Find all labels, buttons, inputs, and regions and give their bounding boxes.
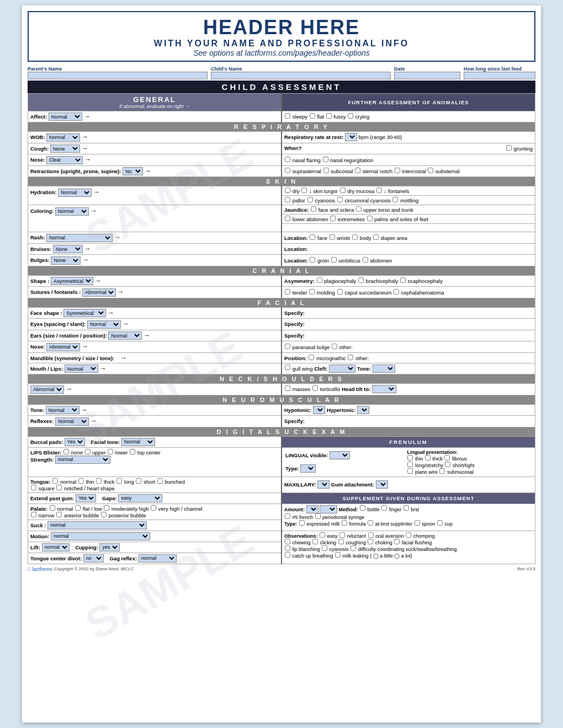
tongue-normal-cb[interactable] (52, 478, 58, 484)
palate-very-cb[interactable] (151, 505, 156, 511)
hypotonic-select[interactable] (313, 406, 325, 414)
gull-wing-cb[interactable] (285, 365, 290, 370)
lift-select[interactable]: normalpoor (42, 543, 70, 552)
pallor-cb[interactable] (285, 197, 290, 202)
rash-body-cb[interactable] (352, 234, 358, 240)
eyes-select[interactable]: NormalAbnormal (87, 320, 121, 329)
obs-lip-blanching-cb[interactable] (285, 545, 290, 551)
sutures-select[interactable]: AbnormalNormal (82, 288, 116, 297)
buccal-select[interactable]: YesNo (65, 438, 85, 446)
expressed-milk-cb[interactable] (299, 520, 305, 526)
obs-milk-leaking-cb[interactable] (335, 552, 341, 558)
caput-cb[interactable] (337, 289, 343, 295)
intercostal-cb[interactable] (395, 168, 400, 173)
resp-rate-select[interactable] (345, 133, 357, 141)
dry-mucosa-cb[interactable] (340, 188, 346, 193)
blister-none-cb[interactable] (63, 449, 69, 454)
palate-mod-cb[interactable] (104, 505, 109, 511)
obs-cyanosis2-cb[interactable] (322, 545, 327, 551)
tongue-short-cb[interactable] (136, 478, 141, 484)
fontanels-cb[interactable] (376, 188, 382, 193)
formula-cb[interactable] (342, 520, 347, 526)
method-brst-cb[interactable] (403, 505, 409, 511)
cup-cb[interactable] (437, 520, 443, 526)
lingual-visible-select[interactable]: YesNo (330, 451, 350, 459)
head-tilt-select[interactable]: LeftRight (372, 385, 396, 393)
maxillary-select[interactable] (317, 480, 330, 489)
method-bottle-cb[interactable] (360, 505, 365, 511)
grunting-cb[interactable] (506, 145, 512, 151)
at-brst-cb[interactable] (368, 520, 373, 526)
tongue-long-cb[interactable] (116, 478, 122, 484)
obs-easy-cb[interactable] (320, 532, 325, 538)
coloring-select[interactable]: NormalAbnormal (55, 207, 89, 216)
groin-cb[interactable] (310, 257, 315, 263)
faceshape-select[interactable]: SymmetricalAsymmetrical (63, 309, 106, 317)
skin-turgor-cb[interactable] (301, 188, 307, 193)
tender-cb[interactable] (285, 289, 290, 295)
affect-crying[interactable] (348, 113, 353, 119)
blister-lower-cb[interactable] (108, 449, 113, 454)
ling-short-cb[interactable] (445, 462, 450, 467)
wob-select[interactable]: NormalAbnormal (46, 133, 80, 142)
tongue-thick-cb[interactable] (96, 478, 102, 484)
obs-choking-cb[interactable] (368, 539, 373, 544)
palms-cb[interactable] (367, 216, 373, 221)
tongue-bunched-cb[interactable] (157, 478, 163, 484)
affect-sleepy[interactable] (285, 113, 290, 119)
masses-cb[interactable] (285, 386, 290, 391)
obs-catch-up-cb[interactable] (285, 552, 290, 558)
cough-select[interactable]: NonePresent (50, 144, 80, 153)
obs-chewing-cb[interactable] (285, 539, 290, 544)
tongue-thin-cb[interactable] (78, 478, 84, 484)
substernal-cb[interactable] (428, 168, 433, 173)
palate-ant-cb[interactable] (56, 512, 62, 517)
obs-oral-aversion-cb[interactable] (368, 532, 374, 538)
suprasternal-cb[interactable] (285, 168, 290, 173)
rash-face-cb[interactable] (310, 234, 315, 240)
gape-select[interactable]: easydifficult (118, 494, 162, 502)
torticollis-cb[interactable] (312, 386, 318, 391)
palate-normal-cb[interactable] (50, 505, 55, 511)
obs-chomping-cb[interactable] (406, 532, 411, 538)
divot-select[interactable]: noyes (83, 554, 104, 563)
reflexes-select[interactable]: NormalAbnormal (55, 417, 89, 426)
palate-post-cb[interactable] (101, 512, 107, 517)
child-name-input[interactable] (211, 72, 391, 79)
amount-unit-select[interactable]: ozml (320, 505, 337, 513)
mottling-cb[interactable] (392, 197, 398, 202)
ling-long-cb[interactable] (407, 462, 413, 467)
micrognathic-cb[interactable] (309, 355, 314, 360)
rash-diaper-cb[interactable] (373, 234, 379, 240)
schapo-cb[interactable] (400, 277, 406, 283)
cupping-select[interactable]: yesno (99, 543, 120, 552)
ling-thin-cb[interactable] (407, 455, 413, 461)
shape-select[interactable]: AsymmetricalSymmetrical (51, 277, 93, 285)
cleft-select[interactable]: LipPalate (329, 365, 355, 373)
ling-thick-cb[interactable] (425, 455, 431, 461)
tone-row-select[interactable]: NormalAbnormal (46, 406, 79, 414)
upper-torso-cb[interactable] (356, 206, 362, 212)
date-input[interactable] (394, 72, 460, 79)
obs-difficulty-cb[interactable] (350, 545, 356, 551)
gag-select[interactable]: normalabsenthyperactive (139, 554, 177, 563)
abdomen-cb[interactable] (363, 257, 368, 263)
method-finger-cb[interactable] (381, 505, 387, 511)
neck-select[interactable]: AbnormalNormal (30, 386, 64, 394)
howlong-input[interactable] (464, 72, 535, 79)
ling-submucosal-cb[interactable] (439, 468, 445, 474)
obs-facial-flushing-cb[interactable] (394, 539, 400, 544)
dry-cb[interactable] (285, 188, 290, 193)
circumoral-cb[interactable] (337, 197, 343, 202)
brachio-cb[interactable] (358, 277, 364, 283)
tongue-notched-cb[interactable] (56, 485, 62, 490)
other-position-cb[interactable] (348, 355, 353, 360)
paranasal-cb[interactable] (285, 344, 290, 349)
sternal-notch-cb[interactable] (355, 168, 360, 173)
motion-select[interactable]: normalabnormal (51, 532, 150, 540)
blister-top-cb[interactable] (130, 449, 135, 454)
palate-flat-cb[interactable] (75, 505, 81, 511)
nasal-regurg-cb[interactable] (323, 157, 328, 162)
rash-wrists-cb[interactable] (330, 234, 335, 240)
affect-fussy[interactable] (326, 113, 332, 119)
